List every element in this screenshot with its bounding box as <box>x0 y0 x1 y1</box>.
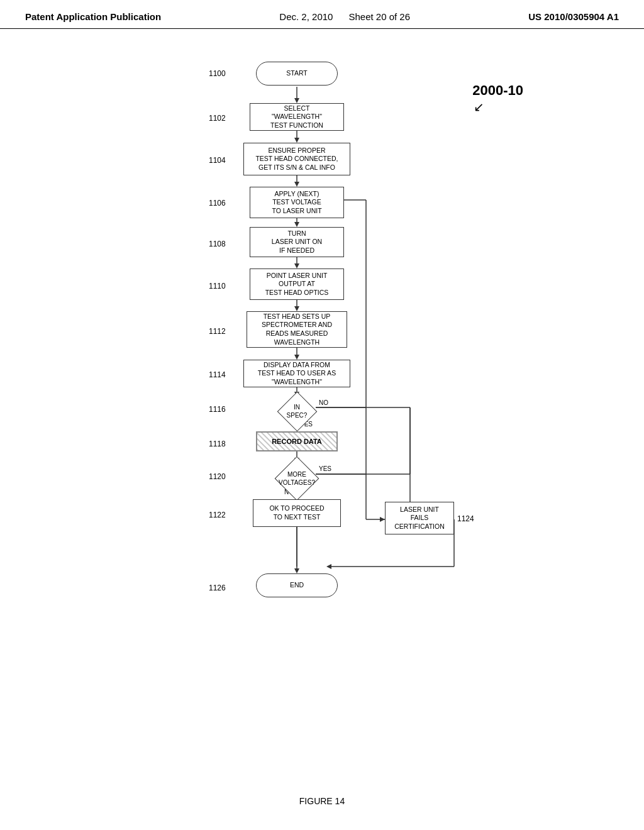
label-1126: 1126 <box>209 584 226 592</box>
node-1114: DISPLAY DATA FROM TEST HEAD TO USER AS "… <box>243 360 350 387</box>
label-1102: 1102 <box>209 114 226 123</box>
node-1124: LASER UNIT FAILS CERTIFICATION <box>385 502 454 534</box>
node-1122: OK TO PROCEED TO NEXT TEST <box>253 499 341 527</box>
svg-marker-11 <box>294 306 299 311</box>
node-1116: IN SPEC? <box>278 392 316 430</box>
svg-marker-9 <box>294 263 299 268</box>
node-1120: MORE VOLTAGES? <box>272 460 322 497</box>
main-content: 2000-10 ↙ <box>0 29 644 790</box>
page-header: Patent Application Publication Dec. 2, 2… <box>0 0 644 29</box>
label-1108: 1108 <box>209 240 226 248</box>
label-1110: 1110 <box>209 282 226 290</box>
header-publication: Patent Application Publication <box>25 11 161 22</box>
node-1100: START <box>256 62 338 86</box>
node-1112: TEST HEAD SETS UP SPECTROMETER AND READS… <box>247 311 347 348</box>
svg-marker-1 <box>294 98 299 103</box>
node-1108: TURN LASER UNIT ON IF NEEDED <box>250 227 344 257</box>
svg-marker-7 <box>294 222 299 227</box>
svg-marker-3 <box>294 138 299 143</box>
svg-text:NO: NO <box>319 399 328 406</box>
node-1104: ENSURE PROPER TEST HEAD CONNECTED, GET I… <box>243 143 350 175</box>
label-1124: 1124 <box>457 514 474 523</box>
svg-marker-45 <box>326 564 331 569</box>
node-1106: APPLY (NEXT) TEST VOLTAGE TO LASER UNIT <box>250 187 344 218</box>
page-wrapper: Patent Application Publication Dec. 2, 2… <box>0 0 644 806</box>
header-patent: US 2010/0305904 A1 <box>528 11 619 22</box>
label-1106: 1106 <box>209 199 226 208</box>
label-1120: 1120 <box>209 472 226 481</box>
label-1122: 1122 <box>209 511 226 519</box>
flowchart-container: 2000-10 ↙ <box>102 48 542 777</box>
figure-caption: FIGURE 14 <box>0 790 644 806</box>
svg-marker-26 <box>294 568 299 573</box>
label-1116: 1116 <box>209 405 226 414</box>
ref-arrow: ↙ <box>474 99 484 114</box>
node-1126: END <box>256 573 338 597</box>
label-1104: 1104 <box>209 156 226 165</box>
reference-label: 2000-10 <box>472 82 523 99</box>
label-1100: 1100 <box>209 69 226 78</box>
node-1110: POINT LASER UNIT OUTPUT AT TEST HEAD OPT… <box>250 268 344 300</box>
label-1112: 1112 <box>209 327 226 336</box>
svg-marker-36 <box>380 517 385 522</box>
svg-marker-5 <box>294 182 299 187</box>
label-1118: 1118 <box>209 440 226 448</box>
header-date: Dec. 2, 2010 Sheet 20 of 26 <box>279 11 410 22</box>
node-1118: RECORD DATA <box>256 431 338 451</box>
label-1114: 1114 <box>209 370 226 379</box>
node-1102: SELECT "WAVELENGTH" TEST FUNCTION <box>250 103 344 131</box>
svg-marker-13 <box>294 355 299 360</box>
